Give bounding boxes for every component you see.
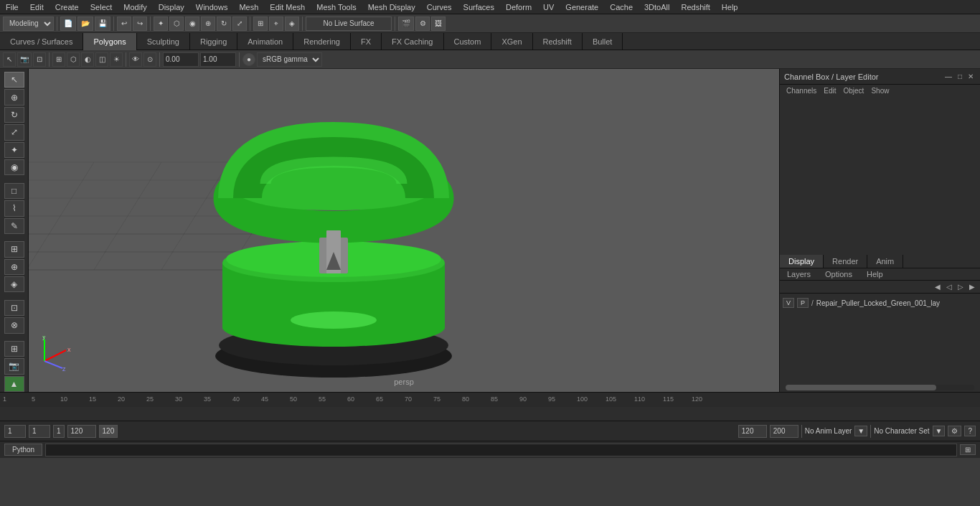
timeline-ruler[interactable]: 1 5 10 15 20 25 30 35 40 45 50 55 60 65 … [0,393,980,407]
save-scene-button[interactable]: 💾 [95,17,110,31]
select-tool-button[interactable]: ✦ [154,17,168,31]
camera-tool[interactable]: 📷 [4,358,24,374]
paint-weights-tool[interactable]: ⊗ [4,317,24,333]
render-button[interactable]: 🎬 [398,17,414,31]
tab-fx-caching[interactable]: FX Caching [382,33,443,50]
rotate-tool-button[interactable]: ↻ [217,17,231,31]
tab-rigging[interactable]: Rigging [190,33,237,50]
layer-scrollbar[interactable] [786,385,974,390]
tab-xgen[interactable]: XGen [491,33,532,50]
scale-tool[interactable]: ⤢ [4,124,24,140]
vp-tool-select[interactable]: ↖ [3,52,16,67]
vp-isolate-btn[interactable]: 👁 [129,52,142,67]
right-panel-close[interactable]: ✕ [966,72,976,81]
menu-windows[interactable]: Windows [190,1,234,13]
menu-edit-mesh[interactable]: Edit Mesh [264,1,311,13]
snap-point-button[interactable]: ◈ [285,17,299,31]
paint-select-tool[interactable]: ✎ [4,218,24,234]
right-panel-maximize[interactable]: □ [956,72,964,81]
render-settings-button[interactable]: ⚙ [415,17,430,31]
scale-tool-button[interactable]: ⤢ [232,17,247,31]
layer-playback[interactable]: P [797,298,809,308]
edit-tab[interactable]: Edit [821,86,838,95]
snap-grid-button[interactable]: ⊞ [253,17,268,31]
undo-button[interactable]: ↩ [117,17,131,31]
sub-tab-help[interactable]: Help [859,268,890,280]
menu-edit[interactable]: Edit [24,1,50,13]
tab-custom[interactable]: Custom [444,33,492,50]
menu-select[interactable]: Select [85,1,118,13]
channels-tab[interactable]: Channels [784,86,819,95]
vp-wireframe-btn[interactable]: ⬡ [67,52,80,67]
current-frame-input[interactable] [4,425,26,438]
frame-field2[interactable] [29,425,50,438]
soft-select-tool[interactable]: ◉ [4,159,24,175]
anim-layer-btn[interactable]: ▼ [854,426,867,436]
vp-grid-btn[interactable]: ⊞ [52,52,65,67]
right-panel-minimize[interactable]: — [943,72,954,81]
snap-together-tool[interactable]: ⊞ [4,241,24,257]
quick-layout-tool[interactable]: ⊞ [4,341,24,357]
tab-anim[interactable]: Anim [867,255,903,268]
tab-animation[interactable]: Animation [237,33,293,50]
menu-surfaces[interactable]: Surfaces [458,1,500,13]
new-scene-button[interactable]: 📄 [60,17,76,31]
move-tool[interactable]: ⊕ [4,89,24,105]
tab-display[interactable]: Display [780,255,824,268]
menu-mesh-tools[interactable]: Mesh Tools [311,1,362,13]
menu-uv[interactable]: UV [537,1,560,13]
lasso-tool-button[interactable]: ⬡ [169,17,184,31]
layer-name[interactable]: Repair_Puller_Locked_Green_001_lay [816,299,977,307]
timeline-playback-bar[interactable] [0,407,980,421]
range-end-input[interactable] [67,425,96,438]
vp-texture-btn[interactable]: ◫ [95,52,108,67]
show-tab[interactable]: Show [869,86,891,95]
anim-range-input[interactable] [770,425,798,438]
layer-arrow-right2[interactable]: ▶ [967,282,977,291]
redo-button[interactable]: ↪ [133,17,147,31]
viewport[interactable]: x y z persp [29,69,779,392]
menu-curves[interactable]: Curves [421,1,458,13]
char-set-btn[interactable]: ▼ [933,426,946,436]
tab-redshift[interactable]: Redshift [533,33,583,50]
menu-help[interactable]: Help [716,1,744,13]
sub-tab-layers[interactable]: Layers [780,268,818,280]
gamma-dropdown[interactable]: sRGB gamma [257,52,322,67]
lasso-select-tool[interactable]: ⌇ [4,200,24,216]
vp-tool-snap[interactable]: ⊡ [33,52,46,67]
gamma-icon[interactable]: ● [242,53,255,66]
menu-modify[interactable]: Modify [118,1,152,13]
live-surface-label[interactable]: No Live Surface [306,17,392,31]
tab-polygons[interactable]: Polygons [83,33,136,50]
python-run-btn[interactable]: ⊞ [960,444,976,455]
object-color-tool[interactable]: ◈ [4,276,24,292]
menu-generate[interactable]: Generate [560,1,604,13]
menu-cache[interactable]: Cache [604,1,639,13]
anim-end-input[interactable] [738,425,767,438]
layer-arrow-right[interactable]: ▷ [956,282,966,291]
scale-input[interactable] [200,52,236,67]
mode-dropdown[interactable]: Modeling [3,17,54,31]
menu-3dtoall[interactable]: 3DtoAll [639,1,675,13]
layer-visibility[interactable]: V [783,298,794,308]
sub-tab-options[interactable]: Options [818,268,859,280]
tab-render[interactable]: Render [824,255,867,268]
layer-arrow-left[interactable]: ◀ [933,282,943,291]
vp-light-btn[interactable]: ☀ [110,52,123,67]
python-tab[interactable]: Python [4,444,42,456]
sculpt-tool[interactable]: ⊡ [4,300,24,316]
menu-mesh-display[interactable]: Mesh Display [362,1,421,13]
menu-deform[interactable]: Deform [500,1,537,13]
paint-tool-button[interactable]: ◉ [185,17,199,31]
universal-manip-tool[interactable]: ✦ [4,142,24,158]
navigate-tool[interactable]: ▲ [4,376,24,392]
snap-curve-button[interactable]: ⌖ [269,17,283,31]
menu-mesh[interactable]: Mesh [233,1,264,13]
menu-file[interactable]: File [0,1,24,13]
display-settings-tool[interactable]: ⊕ [4,259,24,275]
open-scene-button[interactable]: 📂 [77,17,93,31]
object-tab[interactable]: Object [842,86,867,95]
settings-btn[interactable]: ⚙ [948,426,961,436]
move-tool-button[interactable]: ⊕ [201,17,215,31]
layer-arrow-left2[interactable]: ◁ [944,282,954,291]
